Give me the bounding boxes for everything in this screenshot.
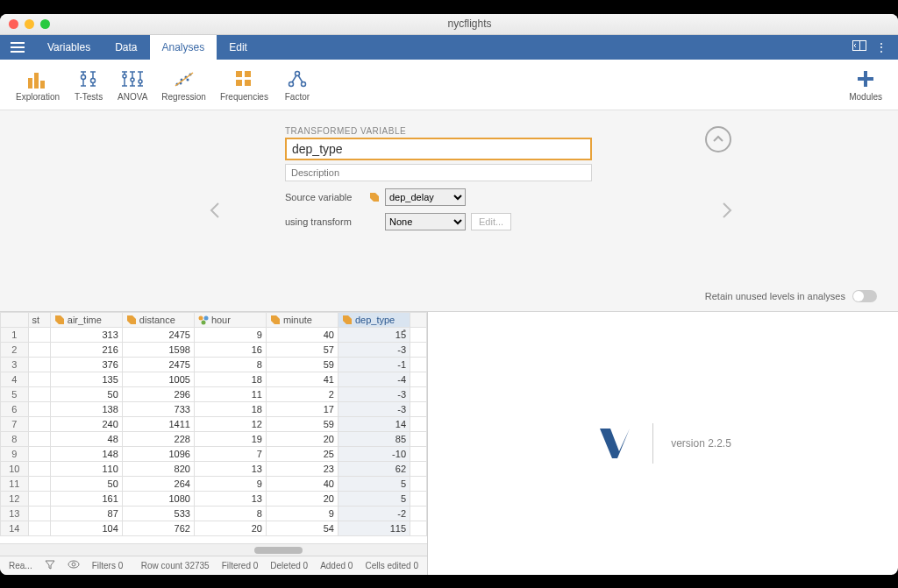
- variable-description-input[interactable]: [285, 164, 592, 181]
- eye-icon[interactable]: [68, 560, 80, 570]
- svg-point-19: [123, 74, 126, 78]
- tab-variables[interactable]: Variables: [35, 35, 103, 60]
- status-rowcount: Row count 32735: [141, 561, 210, 570]
- titlebar: nycflights: [0, 14, 898, 35]
- anova-button[interactable]: ANOVA: [110, 67, 154, 102]
- svg-point-39: [295, 71, 299, 75]
- table-row[interactable]: 91481096725-10: [1, 446, 427, 461]
- table-row[interactable]: 413510051841-4: [1, 372, 427, 386]
- col-empty[interactable]: [410, 312, 427, 327]
- regression-button[interactable]: Regression: [154, 67, 213, 102]
- svg-point-48: [201, 320, 205, 324]
- collapse-editor-button[interactable]: [705, 126, 731, 152]
- svg-rect-1: [11, 46, 25, 48]
- svg-point-23: [131, 78, 134, 81]
- table-row[interactable]: 550296112-3: [1, 386, 427, 401]
- table-row[interactable]: 221615981657-3: [1, 342, 427, 357]
- table-row[interactable]: 12161108013205: [1, 491, 427, 506]
- svg-point-32: [186, 78, 189, 81]
- svg-rect-37: [236, 80, 242, 86]
- filter-icon[interactable]: [45, 559, 55, 571]
- svg-line-34: [175, 73, 193, 86]
- table-row[interactable]: 11502649405: [1, 476, 427, 491]
- table-row[interactable]: 10110820132362: [1, 461, 427, 476]
- variable-name-input[interactable]: [285, 138, 592, 160]
- exploration-icon: [26, 67, 49, 90]
- table-row[interactable]: 141047622054115: [1, 521, 427, 535]
- svg-point-46: [198, 315, 203, 320]
- table-row[interactable]: 33762475859-1: [1, 357, 427, 372]
- editor-header-label: TRANSFORMED VARIABLE: [285, 126, 592, 136]
- tab-edit[interactable]: Edit: [217, 35, 260, 60]
- version-label: version 2.2.5: [671, 437, 731, 450]
- regression-icon: [174, 67, 195, 90]
- window-toggle-icon[interactable]: [852, 40, 866, 53]
- svg-rect-35: [236, 71, 242, 77]
- svg-rect-6: [34, 73, 39, 89]
- col-air_time[interactable]: air_time: [50, 312, 122, 327]
- table-row[interactable]: 138753389-2: [1, 506, 427, 521]
- svg-point-47: [203, 315, 208, 320]
- minimize-icon[interactable]: [25, 19, 34, 29]
- svg-line-43: [298, 75, 303, 82]
- retain-levels-toggle[interactable]: [852, 290, 877, 302]
- status-edited: Cells edited 0: [365, 561, 418, 570]
- divider: [652, 423, 653, 464]
- maximize-icon[interactable]: [40, 19, 50, 29]
- svg-rect-45: [858, 77, 873, 81]
- source-variable-select[interactable]: dep_delay: [385, 188, 466, 206]
- col-partial[interactable]: st: [28, 312, 50, 327]
- status-added: Added 0: [320, 561, 353, 570]
- svg-rect-0: [11, 42, 25, 44]
- ribbon-toolbar: Exploration T-Tests ANOVA Regression Fre…: [0, 60, 898, 110]
- table-row[interactable]: 61387331817-3: [1, 401, 427, 416]
- svg-rect-2: [11, 51, 25, 53]
- variable-editor: TRANSFORMED VARIABLE Source variable dep…: [0, 110, 898, 312]
- app-window: nycflights Variables Data Analyses Edit …: [0, 14, 898, 575]
- status-bar: Rea... Filters 0 Row count 32735 Filtere…: [0, 556, 427, 575]
- table-row[interactable]: 72401411125914: [1, 416, 427, 431]
- frequencies-icon: [234, 67, 253, 90]
- hamburger-menu[interactable]: [0, 35, 35, 60]
- svg-point-27: [139, 80, 142, 83]
- status-filters: Filters 0: [92, 561, 124, 570]
- svg-point-40: [289, 81, 293, 86]
- svg-rect-7: [40, 81, 45, 89]
- ttests-button[interactable]: T-Tests: [67, 67, 110, 102]
- tab-data[interactable]: Data: [103, 35, 149, 60]
- modules-button[interactable]: Modules: [842, 67, 889, 102]
- menu-dots-icon[interactable]: ⋮: [875, 40, 887, 54]
- using-transform-label: using transform: [285, 216, 364, 227]
- next-variable-button[interactable]: [714, 193, 740, 228]
- svg-rect-5: [28, 78, 32, 89]
- frequencies-button[interactable]: Frequencies: [213, 67, 275, 102]
- window-title: nycflights: [50, 18, 889, 30]
- table-row[interactable]: 1313247594015: [1, 327, 427, 342]
- horizontal-scrollbar[interactable]: [0, 543, 427, 556]
- table-row[interactable]: 848228192085: [1, 431, 427, 446]
- ttests-icon: [79, 67, 98, 90]
- close-icon[interactable]: [9, 19, 18, 29]
- factor-button[interactable]: Factor: [275, 67, 319, 102]
- status-ready: Rea...: [9, 561, 32, 570]
- retain-levels-label: Retain unused levels in analyses: [705, 291, 845, 301]
- exploration-button[interactable]: Exploration: [9, 67, 67, 102]
- traffic-lights: [9, 19, 50, 29]
- svg-point-41: [301, 81, 305, 86]
- svg-point-15: [91, 78, 96, 82]
- edit-transform-button[interactable]: Edit...: [471, 213, 511, 230]
- modules-plus-icon: [856, 67, 875, 90]
- col-dep_type[interactable]: dep_type: [338, 312, 410, 327]
- main-content: TRANSFORMED VARIABLE Source variable dep…: [0, 110, 898, 575]
- svg-point-11: [82, 74, 86, 79]
- prev-variable-button[interactable]: [202, 193, 228, 228]
- factor-icon: [287, 67, 308, 90]
- col-distance[interactable]: distance: [122, 312, 194, 327]
- svg-rect-4: [860, 41, 866, 51]
- transform-select[interactable]: None: [385, 213, 466, 230]
- col-hour[interactable]: hour: [194, 312, 266, 327]
- scrollbar-thumb[interactable]: [254, 547, 303, 554]
- tab-analyses[interactable]: Analyses: [150, 35, 217, 60]
- col-minute[interactable]: minute: [266, 312, 338, 327]
- data-table[interactable]: stair_timedistancehourminutedep_type1313…: [0, 312, 427, 543]
